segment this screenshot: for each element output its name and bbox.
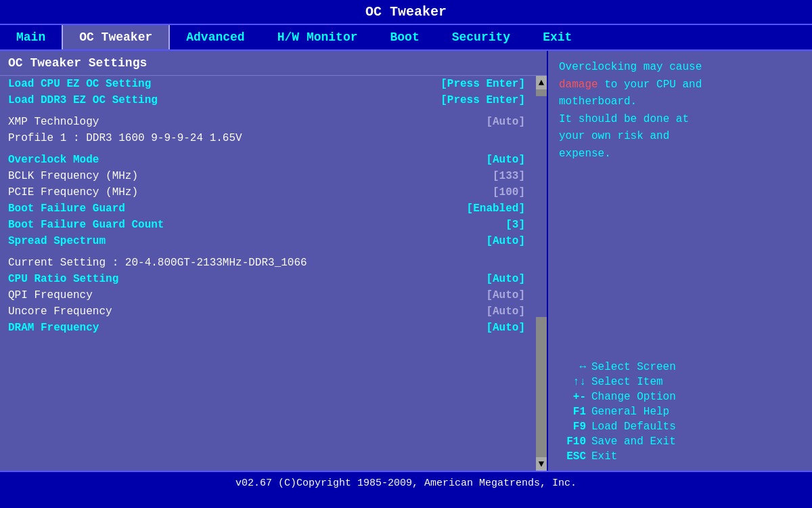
setting-name-11: Spread Spectrum xyxy=(8,235,106,247)
setting-name-7: BCLK Frequency (MHz) xyxy=(8,170,138,182)
key-desc-2: Change Option xyxy=(591,391,676,403)
keybinding-row-1: ↑↓Select Item xyxy=(559,376,801,388)
setting-row-7[interactable]: BCLK Frequency (MHz)[133] xyxy=(0,168,533,184)
setting-name-6: Overclock Mode xyxy=(8,154,99,166)
key-desc-1: Select Item xyxy=(591,376,663,388)
left-panel: OC Tweaker Settings Load CPU EZ OC Setti… xyxy=(0,51,548,471)
key-symbol-3: F1 xyxy=(559,406,586,418)
setting-row-3[interactable]: XMP Technology[Auto] xyxy=(0,114,533,130)
app-title: OC Tweaker xyxy=(365,4,447,20)
help-text: Overclocking may cause damage to your CP… xyxy=(559,59,801,163)
keybindings: ↔Select Screen↑↓Select Item+-Change Opti… xyxy=(559,361,801,463)
key-desc-5: Save and Exit xyxy=(591,436,676,448)
setting-name-17: DRAM Frequency xyxy=(8,322,99,334)
settings-list: Load CPU EZ OC Setting[Press Enter]Load … xyxy=(0,76,547,336)
setting-value-6: [Auto] xyxy=(486,154,525,166)
setting-row-10[interactable]: Boot Failure Guard Count[3] xyxy=(0,217,533,233)
setting-row-8[interactable]: PCIE Frequency (MHz)[100] xyxy=(0,184,533,200)
scrollbar-track xyxy=(536,89,547,457)
scrollbar[interactable]: ▲ ▼ xyxy=(536,76,547,471)
setting-name-16: Uncore Frequency xyxy=(8,305,112,318)
right-panel: Overclocking may cause damage to your CP… xyxy=(548,51,812,471)
setting-row-14[interactable]: CPU Ratio Setting[Auto] xyxy=(0,271,533,287)
main-content: OC Tweaker Settings Load CPU EZ OC Setti… xyxy=(0,51,812,471)
setting-row-1[interactable]: Load DDR3 EZ OC Setting[Press Enter] xyxy=(0,92,533,108)
nav-item-main[interactable]: Main xyxy=(0,25,62,49)
left-panel-title: OC Tweaker Settings xyxy=(8,56,147,70)
setting-value-0: [Press Enter] xyxy=(441,78,525,90)
nav-item-security[interactable]: Security xyxy=(436,25,526,49)
setting-value-11: [Auto] xyxy=(486,235,525,247)
key-desc-4: Load Defaults xyxy=(591,421,676,433)
setting-name-8: PCIE Frequency (MHz) xyxy=(8,186,138,198)
help-line-1: Overclocking may cause damage to your CP… xyxy=(559,61,702,160)
keybinding-row-2: +-Change Option xyxy=(559,391,801,403)
setting-row-16[interactable]: Uncore Frequency[Auto] xyxy=(0,303,533,320)
setting-value-10: [3] xyxy=(505,219,525,231)
setting-value-17: [Auto] xyxy=(486,322,525,334)
setting-value-7: [133] xyxy=(493,170,525,182)
setting-value-14: [Auto] xyxy=(486,273,525,285)
setting-row-13[interactable]: Current Setting : 20-4.800GT-2133MHz-DDR… xyxy=(0,255,533,271)
key-desc-3: General Help xyxy=(591,406,669,418)
nav-item-oc-tweaker[interactable]: OC Tweaker xyxy=(62,25,170,49)
key-symbol-4: F9 xyxy=(559,421,586,433)
setting-value-8: [100] xyxy=(493,186,525,198)
nav-item-h-w-monitor[interactable]: H/W Monitor xyxy=(261,25,374,49)
setting-name-10: Boot Failure Guard Count xyxy=(8,219,164,231)
setting-row-15[interactable]: QPI Frequency[Auto] xyxy=(0,287,533,303)
setting-name-9: Boot Failure Guard xyxy=(8,203,125,215)
setting-value-15: [Auto] xyxy=(486,289,525,301)
nav-bar: MainOC TweakerAdvancedH/W MonitorBootSec… xyxy=(0,24,812,51)
scrollbar-down-button[interactable]: ▼ xyxy=(536,457,547,471)
scrollbar-up-button[interactable]: ▲ xyxy=(536,76,547,89)
nav-item-exit[interactable]: Exit xyxy=(526,25,588,49)
setting-name-13: Current Setting : 20-4.800GT-2133MHz-DDR… xyxy=(8,257,307,269)
setting-name-4: Profile 1 : DDR3 1600 9-9-9-24 1.65V xyxy=(8,132,242,144)
damage-word: damage xyxy=(559,79,598,91)
setting-row-9[interactable]: Boot Failure Guard[Enabled] xyxy=(0,200,533,217)
setting-name-3: XMP Technology xyxy=(8,116,99,128)
status-bar: v02.67 (C)Copyright 1985-2009, American … xyxy=(0,471,812,494)
scrollbar-thumb[interactable] xyxy=(536,96,547,317)
setting-name-0: Load CPU EZ OC Setting xyxy=(8,78,151,90)
keybinding-row-4: F9Load Defaults xyxy=(559,421,801,433)
key-symbol-6: ESC xyxy=(559,450,586,463)
setting-row-17[interactable]: DRAM Frequency[Auto] xyxy=(0,320,533,336)
keybinding-row-3: F1General Help xyxy=(559,406,801,418)
key-desc-6: Exit xyxy=(591,450,617,463)
status-text: v02.67 (C)Copyright 1985-2009, American … xyxy=(235,478,577,489)
setting-value-16: [Auto] xyxy=(486,305,525,318)
setting-value-1: [Press Enter] xyxy=(441,94,525,106)
setting-name-14: CPU Ratio Setting xyxy=(8,273,118,285)
nav-item-boot[interactable]: Boot xyxy=(374,25,436,49)
setting-row-4[interactable]: Profile 1 : DDR3 1600 9-9-9-24 1.65V xyxy=(0,130,533,146)
key-symbol-2: +- xyxy=(559,391,586,403)
setting-row-11[interactable]: Spread Spectrum[Auto] xyxy=(0,233,533,249)
keybinding-row-0: ↔Select Screen xyxy=(559,361,801,373)
keybinding-row-6: ESCExit xyxy=(559,450,801,463)
setting-value-9: [Enabled] xyxy=(467,203,525,215)
setting-row-0[interactable]: Load CPU EZ OC Setting[Press Enter] xyxy=(0,76,533,92)
key-symbol-1: ↑↓ xyxy=(559,376,586,388)
key-desc-0: Select Screen xyxy=(591,361,676,373)
keybinding-row-5: F10Save and Exit xyxy=(559,436,801,448)
setting-name-1: Load DDR3 EZ OC Setting xyxy=(8,94,158,106)
nav-item-advanced[interactable]: Advanced xyxy=(170,25,261,49)
key-symbol-0: ↔ xyxy=(559,361,586,373)
setting-value-3: [Auto] xyxy=(486,116,525,128)
settings-wrapper: Load CPU EZ OC Setting[Press Enter]Load … xyxy=(0,76,547,471)
title-bar: OC Tweaker xyxy=(0,0,812,24)
left-panel-header: OC Tweaker Settings xyxy=(0,51,547,76)
setting-row-6[interactable]: Overclock Mode[Auto] xyxy=(0,152,533,168)
setting-name-15: QPI Frequency xyxy=(8,289,93,301)
key-symbol-5: F10 xyxy=(559,436,586,448)
